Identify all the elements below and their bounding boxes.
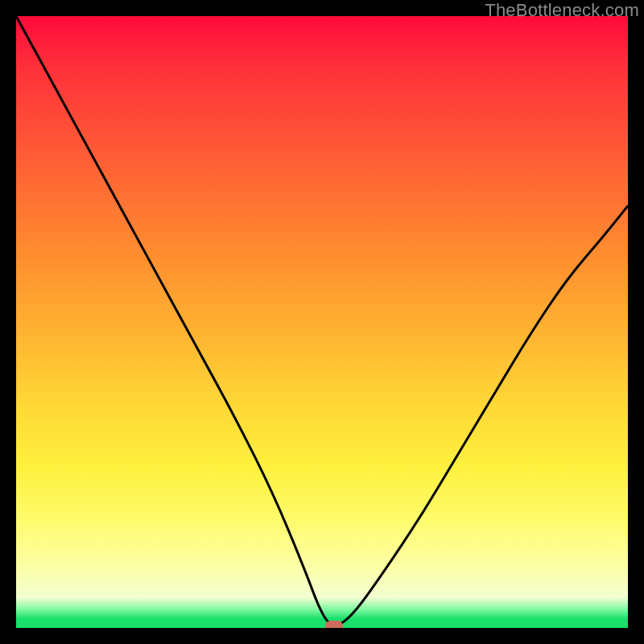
chart-frame: TheBottleneck.com (0, 0, 644, 644)
plot-area (16, 16, 628, 628)
min-marker (325, 621, 343, 628)
bottleneck-curve (16, 16, 628, 628)
curve-path (16, 16, 628, 625)
watermark-text: TheBottleneck.com (485, 0, 639, 21)
